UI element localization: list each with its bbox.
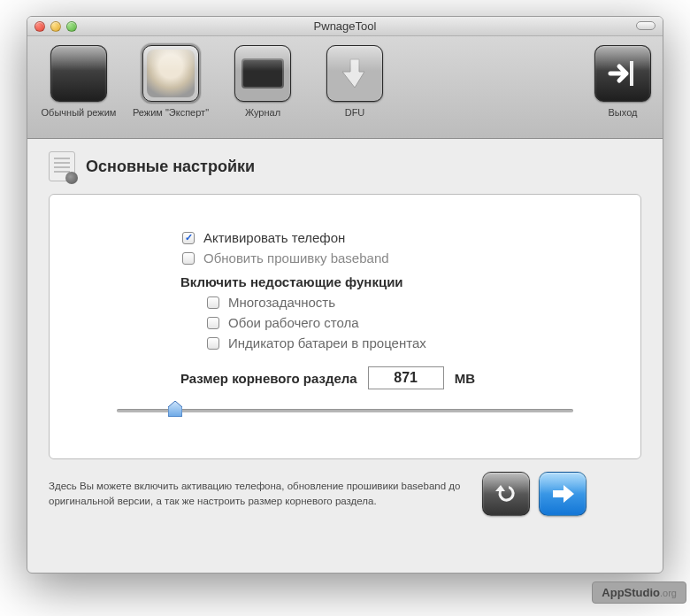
toolbar-item-label: Обычный режим bbox=[42, 107, 117, 118]
toolbar-item-expert[interactable]: Режим "Эксперт" bbox=[128, 45, 213, 118]
option-battery[interactable]: Индикатор батареи в процентах bbox=[207, 335, 605, 350]
help-text: Здесь Вы можете включить активацию телеф… bbox=[49, 479, 473, 508]
toolbar-item-label: DFU bbox=[345, 107, 365, 118]
toolbar: Обычный режим Режим "Эксперт" Журнал DFU bbox=[27, 36, 663, 139]
journal-icon bbox=[234, 45, 291, 102]
window-title: PwnageTool bbox=[27, 19, 663, 33]
partition-label: Размер корневого раздела bbox=[180, 371, 357, 386]
checkbox-icon: ✓ bbox=[182, 232, 195, 244]
settings-doc-icon bbox=[49, 151, 75, 181]
checkbox-icon bbox=[207, 317, 219, 329]
option-baseband[interactable]: Обновить прошивку baseband bbox=[182, 250, 605, 266]
option-activate[interactable]: ✓ Активировать телефон bbox=[182, 230, 605, 245]
checkbox-icon bbox=[207, 337, 219, 350]
partition-row: Размер корневого раздела 871 MB bbox=[180, 366, 605, 389]
settings-panel: ✓ Активировать телефон Обновить прошивку… bbox=[49, 194, 641, 459]
toolbar-item-simple[interactable]: Обычный режим bbox=[36, 45, 121, 118]
option-label: Обои рабочего стола bbox=[228, 315, 359, 330]
toolbar-toggle-pill[interactable] bbox=[636, 21, 656, 30]
toolbar-item-dfu[interactable]: DFU bbox=[312, 45, 397, 118]
titlebar: PwnageTool bbox=[27, 17, 663, 36]
missing-features-heading: Включить недостающие функции bbox=[180, 274, 605, 289]
dfu-icon bbox=[326, 45, 383, 102]
next-button[interactable] bbox=[539, 472, 586, 516]
option-label: Индикатор батареи в процентах bbox=[228, 335, 426, 350]
mode-simple-icon bbox=[50, 45, 107, 102]
slider-track bbox=[117, 409, 573, 412]
option-label: Многозадачность bbox=[228, 295, 335, 310]
slider-thumb[interactable] bbox=[168, 401, 182, 417]
watermark-badge: AppStudio.org bbox=[592, 581, 686, 604]
checkbox-icon bbox=[182, 252, 195, 265]
toolbar-item-label: Выход bbox=[609, 107, 638, 118]
watermark-suffix: .org bbox=[660, 588, 677, 598]
partition-size-input[interactable]: 871 bbox=[368, 366, 444, 389]
mode-expert-icon bbox=[142, 45, 199, 102]
partition-unit: MB bbox=[455, 371, 475, 386]
app-window: PwnageTool Обычный режим Режим "Эксперт"… bbox=[27, 16, 663, 574]
exit-icon bbox=[594, 45, 651, 102]
section-header: Основные настройки bbox=[27, 139, 663, 192]
toolbar-item-journal[interactable]: Журнал bbox=[220, 45, 305, 118]
option-label: Активировать телефон bbox=[203, 230, 345, 245]
checkbox-icon bbox=[207, 296, 219, 309]
partition-slider[interactable] bbox=[117, 398, 573, 423]
back-button[interactable] bbox=[482, 472, 530, 516]
watermark-brand: AppStudio bbox=[602, 586, 660, 599]
option-label: Обновить прошивку baseband bbox=[203, 250, 389, 266]
content-area: Основные настройки ✓ Активировать телефо… bbox=[27, 139, 663, 573]
toolbar-item-label: Режим "Эксперт" bbox=[133, 107, 209, 118]
toolbar-item-exit[interactable]: Выход bbox=[592, 45, 654, 118]
toolbar-item-label: Журнал bbox=[245, 107, 280, 118]
footer: Здесь Вы можете включить активацию телеф… bbox=[27, 459, 663, 530]
section-title: Основные настройки bbox=[86, 158, 255, 176]
option-wallpaper[interactable]: Обои рабочего стола bbox=[207, 315, 605, 330]
option-multitask[interactable]: Многозадачность bbox=[207, 295, 605, 310]
